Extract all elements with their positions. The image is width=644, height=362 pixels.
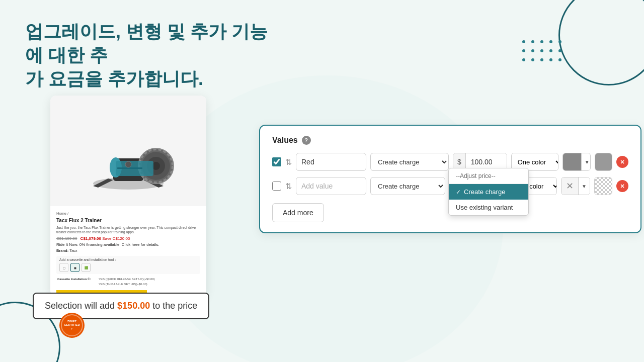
row-1-swatch-2[interactable] [595,153,612,171]
price-banner: Selection will add $150.00 to the price [33,293,209,319]
row-1-swatch-1[interactable] [563,153,581,171]
svg-rect-9 [117,167,142,169]
breadcrumb: Home / [56,211,200,216]
price-banner-prefix: Selection will add [45,301,115,311]
row-1-swatch-1-arrow[interactable]: ▼ [581,153,591,170]
page-title: 업그레이드, 변형 및 추가 기능에 대한 추 가 요금을 추가합니다. [25,20,277,90]
addon-option-2[interactable]: ◼ [70,263,79,272]
addon-option-1[interactable]: ◻ [59,263,68,272]
trainer-image-svg [78,106,179,196]
dropdown-item-create-charge[interactable]: ✓ Create charge [449,184,528,200]
row-1-dropdown-menu: --Adjust price-- ✓ Create charge Use exi… [448,168,529,216]
addon-option-3[interactable]: 🟩 [82,263,91,272]
row-2-swatch-x[interactable]: ✕ [561,177,578,195]
dots-decoration [522,40,564,63]
help-icon[interactable]: ? [302,136,311,145]
dropdown-item-use-existing[interactable]: Use existing variant [449,200,528,215]
price-row: C$1,199.00 C$1,079.00 Save C$120.00 [56,236,200,241]
row-1-remove-button[interactable]: × [616,156,628,168]
row-2-swatch-1-wrap: ✕ ▼ [561,177,590,195]
row-1-checkbox[interactable] [272,157,281,166]
row-1-swatch-1-wrap: ▼ [562,153,591,171]
row-1-dropdown-container: Create charge --Adjust price-- Use exist… [370,153,449,171]
values-title: Values [272,136,298,145]
ride-note: Ride It Now: 0% financing available. Cli… [56,242,200,247]
brand-row: Brand: Tacx [56,248,200,253]
product-description: Just like you, the Tacx Flux Trainer is … [56,225,200,234]
product-title: Tacx Flux 2 Trainer [56,218,200,223]
badge-text: ZWIFTCERTIFIED✓ [64,320,80,331]
values-panel: Values ? ⇅ Create charge --Adjust price-… [259,125,641,233]
price-banner-amount: $150.00 [117,301,150,311]
dropdown-header: --Adjust price-- [449,168,528,184]
svg-point-10 [125,161,131,167]
row-2-value-input[interactable] [296,177,366,195]
row-2-remove-button[interactable]: × [616,180,628,192]
row-2-swatch-checker[interactable] [595,177,612,195]
add-more-button[interactable]: Add more [272,203,324,222]
addon-section: Add a cassette and installation tool : ◻… [56,256,200,274]
zwift-badge: ZWIFTCERTIFIED✓ [59,313,85,338]
row-1-charge-select[interactable]: Create charge --Adjust price-- Use exist… [370,153,449,171]
row-1-drag-handle[interactable]: ⇅ [285,157,292,167]
addon-table: Cassette Installation ©: YES (QUICK RELE… [56,276,200,287]
row-2-charge-select[interactable]: Create charge --Adjust price-- Use exist… [370,177,445,195]
value-row-1: ⇅ Create charge --Adjust price-- Use exi… [272,153,628,171]
row-1-swatch-2-wrap [595,153,612,171]
product-info: Home / Tacx Flux 2 Trainer Just like you… [50,206,206,297]
bg-circle-top-right [558,0,644,85]
row-2-swatch-1-arrow[interactable]: ▼ [578,177,590,195]
product-card: Home / Tacx Flux 2 Trainer Just like you… [50,96,206,297]
row-1-value-input[interactable] [296,153,366,171]
product-image [50,96,206,206]
row-2-checkbox[interactable] [272,182,281,191]
row-2-swatch-2-wrap [594,177,612,195]
values-header: Values ? [272,136,628,145]
price-banner-suffix: to the price [152,301,197,311]
row-2-drag-handle[interactable]: ⇅ [285,182,292,191]
